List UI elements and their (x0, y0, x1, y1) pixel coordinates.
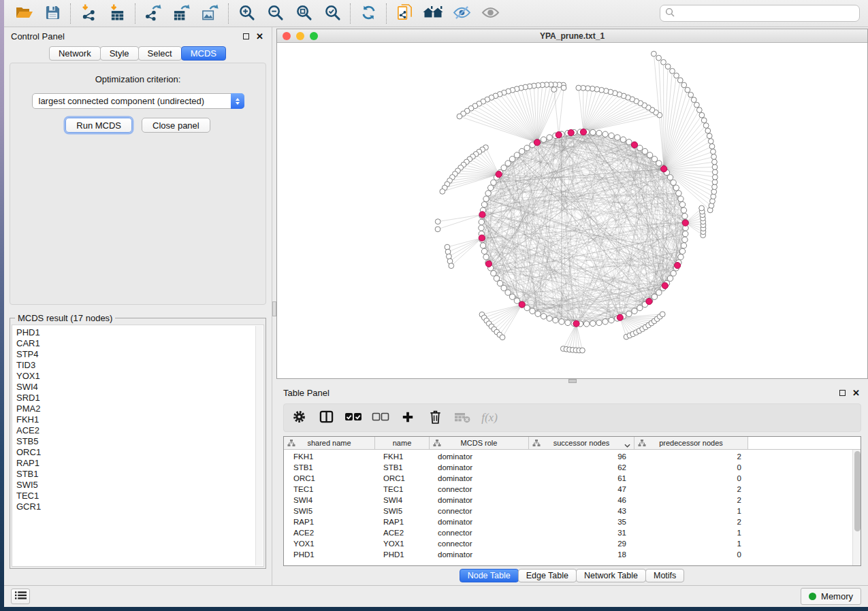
table-row[interactable]: YOX1 YOX1 connector 29 1 (284, 538, 861, 549)
float-panel-icon[interactable] (243, 33, 249, 39)
result-node[interactable]: FKH1 (16, 414, 254, 425)
search-box[interactable] (660, 5, 860, 22)
column-header[interactable]: MCDS role (430, 437, 529, 449)
result-node[interactable]: STB1 (16, 469, 254, 480)
result-node[interactable]: YOX1 (16, 371, 254, 382)
control-panel-tab[interactable]: MCDS (181, 46, 226, 61)
table-row[interactable]: SWI5 SWI5 connector 43 1 (284, 506, 861, 516)
result-node[interactable]: STP4 (16, 349, 254, 360)
splitter-handle[interactable] (568, 379, 577, 383)
column-header[interactable]: shared name (284, 437, 375, 449)
table-row[interactable]: STB1 STB1 dominator 62 0 (284, 462, 861, 473)
open-file-button[interactable] (10, 2, 38, 25)
mcds-result-list[interactable]: PHD1CAR1STP4TID3YOX1SWI4SRD1PMA2FKH1ACE2… (12, 325, 264, 567)
cell-name: YOX1 (375, 540, 430, 548)
table-row[interactable]: ACE2 ACE2 connector 31 1 (284, 527, 861, 538)
result-node[interactable]: PHD1 (16, 327, 254, 338)
table-row[interactable]: PHD1 PHD1 dominator 18 0 (284, 549, 861, 560)
zoom-in-icon (238, 4, 255, 23)
network-window-titlebar[interactable]: YPA_prune.txt_1 (277, 29, 867, 43)
cell-shared-name: TEC1 (284, 485, 375, 493)
result-node[interactable]: SWI5 (16, 480, 254, 491)
table-settings-button[interactable] (291, 408, 307, 428)
result-scrollbar[interactable] (255, 326, 263, 565)
clone-network-button[interactable] (390, 2, 419, 25)
horizontal-splitter[interactable] (276, 379, 868, 384)
criterion-select[interactable]: largest connected component (undirected) (32, 93, 244, 109)
deselect-all-button[interactable] (372, 408, 389, 428)
vertical-splitter[interactable] (272, 27, 276, 585)
close-panel-icon[interactable]: ✕ (852, 389, 860, 397)
close-panel-button[interactable]: Close panel (142, 118, 210, 133)
run-mcds-button[interactable]: Run MCDS (65, 118, 132, 133)
float-panel-icon[interactable] (839, 390, 846, 396)
table-row[interactable]: SWI4 SWI4 dominator 46 2 (284, 495, 861, 506)
table-row[interactable]: RAP1 RAP1 dominator 35 2 (284, 516, 861, 527)
column-header[interactable]: successor nodes (529, 437, 634, 449)
table-tab[interactable]: Network Table (576, 569, 646, 582)
task-history-button[interactable] (11, 589, 30, 604)
scrollbar-thumb[interactable] (854, 451, 861, 531)
add-column-button[interactable] (400, 408, 416, 428)
table-tab[interactable]: Motifs (645, 569, 684, 582)
control-panel-tab[interactable]: Select (138, 46, 182, 61)
cell-predecessor-nodes: 0 (634, 463, 748, 472)
birdseye-view-button[interactable] (476, 2, 504, 25)
control-panel-tab[interactable]: Network (49, 46, 101, 61)
delete-column-button[interactable] (427, 408, 443, 428)
table-tab[interactable]: Node Table (460, 569, 519, 582)
export-table-button[interactable] (167, 2, 196, 25)
result-node[interactable]: TEC1 (16, 491, 254, 501)
table-tab[interactable]: Edge Table (518, 569, 577, 582)
zoom-out-button[interactable] (261, 2, 289, 25)
splitter-handle[interactable] (272, 301, 276, 316)
result-node[interactable]: PMA2 (16, 403, 254, 414)
cell-shared-name: SWI5 (284, 507, 375, 515)
search-input[interactable] (678, 8, 854, 18)
export-network-button[interactable] (139, 2, 167, 25)
result-node[interactable]: RAP1 (16, 458, 254, 469)
zoom-fit-button[interactable] (289, 2, 318, 25)
open-folder-icon (15, 5, 33, 22)
refresh-view-button[interactable] (354, 2, 383, 25)
import-table-button[interactable] (103, 2, 131, 25)
plus-icon (402, 411, 414, 425)
table-scrollbar[interactable] (852, 450, 861, 565)
result-node[interactable]: STB5 (16, 436, 254, 447)
cell-shared-name: RAP1 (284, 518, 375, 526)
cell-mcds-role: dominator (430, 474, 529, 482)
hide-panels-button[interactable] (447, 2, 476, 25)
table-row[interactable]: TEC1 TEC1 connector 47 2 (284, 484, 861, 495)
column-header[interactable]: predecessor nodes (634, 437, 748, 449)
result-node[interactable]: SWI4 (16, 382, 254, 393)
result-node[interactable]: SRD1 (16, 393, 254, 403)
import-network-button[interactable] (74, 2, 103, 25)
save-session-button[interactable] (38, 2, 67, 25)
zoom-selected-button[interactable] (318, 2, 347, 25)
cell-successor-nodes: 62 (529, 463, 634, 472)
close-panel-icon[interactable]: ✕ (256, 32, 263, 41)
column-header[interactable]: name (375, 437, 430, 449)
select-all-button[interactable] (345, 408, 361, 428)
result-node[interactable]: TID3 (16, 360, 254, 371)
cell-mcds-role: connector (430, 485, 529, 493)
result-node[interactable]: GCR1 (16, 501, 254, 512)
network-canvas[interactable] (277, 43, 867, 378)
show-columns-button[interactable] (318, 408, 334, 428)
hierarchy-icon (433, 439, 441, 448)
show-panels-button[interactable] (419, 2, 447, 25)
result-node[interactable]: ORC1 (16, 447, 254, 458)
network-graph[interactable] (277, 43, 867, 378)
table-row[interactable]: FKH1 FKH1 dominator 96 2 (284, 451, 861, 462)
export-image-button[interactable] (196, 2, 225, 25)
table-body[interactable]: FKH1 FKH1 dominator 96 2 STB1 STB1 domin… (284, 450, 861, 565)
cytoscape-window: Control Panel ✕ Network Style Select MCD… (4, 0, 868, 607)
control-panel-tab[interactable]: Style (100, 46, 139, 61)
result-node[interactable]: CAR1 (16, 338, 254, 349)
result-node[interactable]: ACE2 (16, 425, 254, 436)
zoom-fit-icon (295, 4, 312, 23)
deselect-all-icon (372, 412, 389, 425)
table-row[interactable]: ORC1 ORC1 dominator 61 0 (284, 473, 861, 484)
memory-button[interactable]: Memory (801, 588, 861, 605)
zoom-in-button[interactable] (232, 2, 261, 25)
